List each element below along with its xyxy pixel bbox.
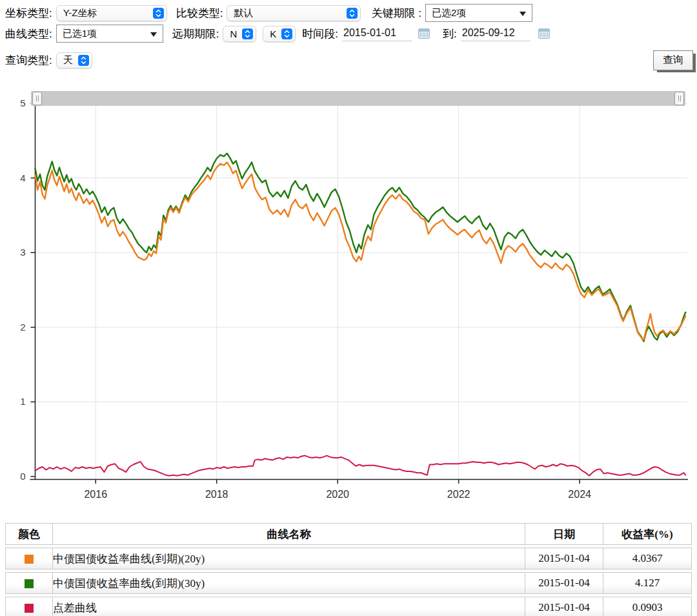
curve-name-cell: 中债国债收益率曲线(到期)(20y): [52, 548, 525, 570]
start-date-input[interactable]: [342, 26, 412, 41]
y-tick-label: 1: [20, 396, 25, 407]
slider-handle-right[interactable]: [674, 92, 684, 105]
table-header-row: 颜色 曲线名称 日期 收益率(%): [5, 523, 692, 545]
stepper-icon: [281, 28, 292, 39]
x-tick-label: 2018: [205, 489, 228, 500]
coord-type-select[interactable]: Y-Z坐标: [56, 5, 167, 21]
slider-handle-left[interactable]: [32, 92, 42, 105]
query-button[interactable]: 查询: [653, 50, 693, 70]
series-color-swatch: [25, 555, 34, 564]
key-term-label: 关键期限 :: [371, 6, 421, 21]
yield-curve-query-app: 坐标类型: Y-Z坐标 比较类型: 默认 关键期限 : 已选2项 曲线类型: 已…: [0, 0, 697, 616]
table-row: 点差曲线 2015-01-04 0.0903: [5, 597, 692, 616]
series-line-2: [35, 456, 686, 476]
stepper-icon: [347, 8, 358, 19]
yield-curve-chart: 01234520162018202020222024: [0, 84, 697, 510]
query-type-select[interactable]: 天: [56, 52, 92, 68]
query-type-label: 查询类型:: [5, 53, 52, 68]
curve-name-column-header: 曲线名称: [52, 523, 525, 545]
yield-cell: 4.127: [603, 572, 692, 594]
key-term-dropdown[interactable]: 已选2项: [425, 4, 532, 22]
x-tick-label: 2016: [84, 489, 107, 500]
yield-cell: 0.0903: [603, 597, 692, 616]
legend-table-wrap: 颜色 曲线名称 日期 收益率(%) 中债国债收益率曲线(到期)(20y) 201…: [5, 520, 692, 616]
x-tick-label: 2020: [326, 489, 349, 500]
to-label: 到:: [443, 26, 457, 41]
calendar-icon[interactable]: [538, 28, 550, 39]
curve-type-label: 曲线类型:: [5, 26, 52, 41]
x-tick-label: 2022: [447, 489, 470, 500]
y-tick-label: 2: [20, 322, 25, 333]
controls-row-2: 曲线类型: 已选1项 远期期限: N K 时间段: 到:: [5, 24, 550, 43]
end-date-input[interactable]: [461, 26, 530, 41]
series-color-swatch: [25, 604, 34, 613]
compare-type-label: 比较类型:: [176, 6, 223, 21]
legend-table: 颜色 曲线名称 日期 收益率(%) 中债国债收益率曲线(到期)(20y) 201…: [5, 520, 692, 616]
x-tick-label: 2024: [568, 489, 591, 500]
table-row: 中债国债收益率曲线(到期)(30y) 2015-01-04 4.127: [5, 572, 692, 594]
compare-type-select[interactable]: 默认: [227, 5, 361, 21]
curve-type-dropdown[interactable]: 已选1项: [56, 25, 163, 43]
stepper-icon: [78, 55, 89, 66]
table-row: 中债国债收益率曲线(到期)(20y) 2015-01-04 4.0367: [5, 548, 692, 570]
curve-name-cell: 点差曲线: [52, 597, 525, 616]
series-line-1: [35, 162, 686, 340]
coord-type-label: 坐标类型:: [5, 6, 52, 21]
date-cell: 2015-01-04: [525, 597, 603, 616]
dropdown-arrow-icon: [520, 12, 526, 16]
controls-row-3: 查询类型: 天: [5, 50, 92, 70]
stepper-icon: [153, 8, 164, 19]
chart-range-slider[interactable]: [31, 91, 685, 106]
calendar-icon[interactable]: [418, 28, 430, 39]
yield-column-header: 收益率(%): [603, 523, 692, 545]
controls-row-1: 坐标类型: Y-Z坐标 比较类型: 默认 关键期限 : 已选2项: [5, 3, 532, 23]
y-tick-label: 4: [20, 172, 25, 183]
color-column-header: 颜色: [5, 523, 52, 545]
period-label: 时间段:: [302, 26, 338, 41]
curve-name-cell: 中债国债收益率曲线(到期)(30y): [52, 572, 525, 594]
forward-term-label: 远期期限:: [172, 26, 219, 41]
yield-cell: 4.0367: [603, 548, 692, 570]
date-column-header: 日期: [525, 523, 603, 545]
forward-n-select[interactable]: N: [223, 26, 256, 42]
y-tick-label: 3: [20, 247, 25, 258]
y-tick-label: 5: [20, 98, 25, 108]
stepper-icon: [242, 28, 253, 39]
date-cell: 2015-01-04: [525, 548, 603, 570]
series-color-swatch: [25, 579, 34, 588]
y-tick-label: 0: [20, 471, 25, 482]
forward-k-select[interactable]: K: [263, 26, 296, 42]
date-cell: 2015-01-04: [525, 572, 603, 594]
dropdown-arrow-icon: [150, 32, 157, 37]
